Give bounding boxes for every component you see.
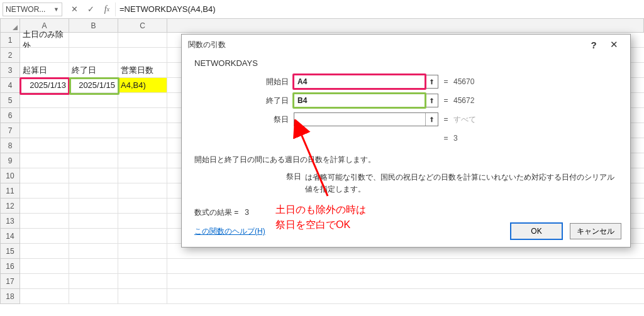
enter-formula-button[interactable]: ✓ [82,3,99,16]
cell-A10[interactable] [20,168,69,183]
arg-input-1[interactable] [294,94,425,107]
row-header-18[interactable]: 18 [0,289,20,304]
cell-C9[interactable] [118,153,167,168]
cell-A1[interactable]: 土日のみ除外 [20,33,69,48]
cell-B15[interactable] [69,244,118,259]
cell-C16[interactable] [118,259,167,274]
row-header-15[interactable]: 15 [0,244,20,259]
cell-A2[interactable] [20,48,69,63]
collapse-dialog-icon[interactable] [425,113,438,126]
cell-B13[interactable] [69,214,118,229]
function-arguments-dialog: 関数の引数 ? ✕ NETWORKDAYS 開始日=45670終了日=45672… [181,34,631,248]
row-header-14[interactable]: 14 [0,229,20,244]
row-header-11[interactable]: 11 [0,183,20,199]
row-header-4[interactable]: 4 [0,78,20,93]
cell-B17[interactable] [69,274,118,289]
row-header-3[interactable]: 3 [0,63,20,78]
cell-B14[interactable] [69,229,118,244]
arg-result-0: 45670 [453,77,474,86]
row-header-5[interactable]: 5 [0,93,20,108]
cell-B7[interactable] [69,123,118,138]
cell-B11[interactable] [69,183,118,199]
cell-A9[interactable] [20,153,69,168]
cell-A14[interactable] [20,229,69,244]
cell-C15[interactable] [118,244,167,259]
dialog-title: 関数の引数 [188,40,226,50]
arg-result-2: すべて [453,114,476,125]
name-box-text: NETWOR... [6,5,45,14]
arg-input-wrap-2 [294,112,438,126]
name-box[interactable]: NETWOR... ▼ [3,3,62,16]
cell-B12[interactable] [69,199,118,214]
cancel-formula-button[interactable]: ✕ [66,3,82,16]
formula-input[interactable]: =NETWORKDAYS(A4,B4) [115,3,644,16]
collapse-dialog-icon[interactable] [425,75,438,88]
cell-B6[interactable] [69,108,118,123]
cell-A7[interactable] [20,123,69,138]
cell-B10[interactable] [69,168,118,183]
cell-A18[interactable] [20,289,69,304]
insert-function-button[interactable]: fx [99,3,115,16]
cell-C12[interactable] [118,199,167,214]
cell-A16[interactable] [20,259,69,274]
row-header-17[interactable]: 17 [0,274,20,289]
row-header-12[interactable]: 12 [0,199,20,214]
row-header-2[interactable]: 2 [0,48,20,63]
cell-C1[interactable] [118,33,167,48]
cell-C17[interactable] [118,274,167,289]
row-header-10[interactable]: 10 [0,168,20,183]
cell-B8[interactable] [69,138,118,153]
calc-value: 3 [453,134,458,143]
cell-B18[interactable] [69,289,118,304]
row-header-8[interactable]: 8 [0,138,20,153]
cell-A15[interactable] [20,244,69,259]
cell-C6[interactable] [118,108,167,123]
collapse-dialog-icon[interactable] [425,94,438,107]
cell-B16[interactable] [69,259,118,274]
cell-B2[interactable] [69,48,118,63]
cancel-button[interactable]: キャンセル [570,223,621,239]
cell-C18[interactable] [118,289,167,304]
arg-input-0[interactable] [294,75,425,88]
cell-A12[interactable] [20,199,69,214]
cell-C14[interactable] [118,229,167,244]
ok-button[interactable]: OK [511,223,562,239]
cell-A5[interactable] [20,93,69,108]
row-header-7[interactable]: 7 [0,123,20,138]
row-header-13[interactable]: 13 [0,214,20,229]
dialog-help-button[interactable]: ? [584,35,604,54]
col-header-B[interactable]: B [69,19,118,33]
cell-A8[interactable] [20,138,69,153]
cell-C7[interactable] [118,123,167,138]
row-header-16[interactable]: 16 [0,259,20,274]
function-help-link[interactable]: この関数のヘルプ(H) [194,226,265,237]
dialog-titlebar[interactable]: 関数の引数 ? ✕ [182,35,630,55]
cell-C2[interactable] [118,48,167,63]
cell-A6[interactable] [20,108,69,123]
select-all-corner[interactable] [0,19,20,33]
dialog-close-button[interactable]: ✕ [604,35,624,54]
arg-input-2[interactable] [294,113,425,126]
cell-B1[interactable] [69,33,118,48]
row-header-6[interactable]: 6 [0,108,20,123]
cell-A17[interactable] [20,274,69,289]
cell-B5[interactable] [69,93,118,108]
cell-A11[interactable] [20,183,69,199]
cell-C11[interactable] [118,183,167,199]
cell-C5[interactable] [118,93,167,108]
cell-C10[interactable] [118,168,167,183]
cell-C3[interactable]: 営業日数 [118,63,167,78]
cell-A4[interactable]: 2025/1/13 [20,78,69,93]
cell-A3[interactable]: 起算日 [20,63,69,78]
row-header-1[interactable]: 1 [0,33,20,48]
cell-B3[interactable]: 終了日 [69,63,118,78]
cell-B4[interactable]: 2025/1/15 [69,78,118,93]
cell-B9[interactable] [69,153,118,168]
cell-A13[interactable] [20,214,69,229]
cell-C13[interactable] [118,214,167,229]
cell-C8[interactable] [118,138,167,153]
col-header-C[interactable]: C [118,19,167,33]
row-header-9[interactable]: 9 [0,153,20,168]
name-box-dropdown-icon[interactable]: ▼ [53,6,59,13]
cell-C4[interactable]: A4,B4) [118,78,167,93]
